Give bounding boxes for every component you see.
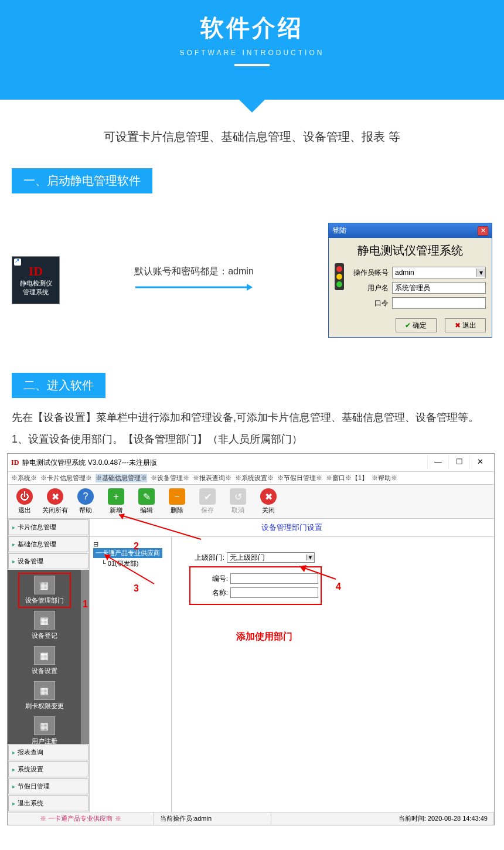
toolbar-icon: ↺ bbox=[230, 488, 246, 505]
toolbar-关闭-button[interactable]: ✖关闭 bbox=[254, 487, 283, 516]
svg-marker-1 bbox=[247, 284, 253, 291]
nav-bottom-button[interactable]: ▸节假日管理 bbox=[8, 778, 88, 794]
toolbar-icon: ＋ bbox=[108, 488, 124, 505]
code-label: 编号: bbox=[193, 574, 228, 584]
nav-top-button[interactable]: ▸卡片信息管理 bbox=[8, 519, 88, 535]
arrow-text: 默认账号和密码都是：admin bbox=[66, 266, 322, 278]
login-cancel-button[interactable]: 退出 bbox=[445, 318, 486, 332]
menu-item[interactable]: ※窗口※【1】 bbox=[326, 474, 368, 482]
toolbar-icon: ✎ bbox=[138, 488, 155, 505]
hero-banner: 软件介绍 SOFTWARE INTRODUCTION bbox=[0, 0, 504, 100]
tree-child[interactable]: └ 01(研发部) bbox=[101, 559, 168, 568]
toolbar-取消-button: ↺取消 bbox=[223, 487, 253, 516]
username-field bbox=[392, 282, 486, 294]
sidebar-item-icon: ▦ bbox=[34, 576, 55, 594]
login-ok-button[interactable]: 确定 bbox=[396, 318, 437, 332]
parent-dept-combo[interactable]: 无上级部门 ▼ bbox=[227, 552, 315, 563]
parent-dept-label: 上级部门: bbox=[189, 553, 224, 563]
sidebar-item-icon: ▦ bbox=[34, 716, 55, 735]
menu-item[interactable]: ※设备管理※ bbox=[151, 474, 189, 482]
menu-item[interactable]: ※报表查询※ bbox=[193, 474, 231, 482]
nav-bottom-button[interactable]: ▸系统设置 bbox=[8, 761, 88, 777]
tree-view[interactable]: ⊟ 一卡通产品专业供应商 └ 01(研发部) bbox=[90, 537, 172, 812]
username-label: 用户名 bbox=[348, 283, 389, 293]
login-dialog: 登陆 ✕ 静电测试仪管理系统 操作员帐号 admin ▾ 用户名 bbox=[328, 223, 492, 338]
main-area: 设备管理部门设置 ⊟ 一卡通产品专业供应商 └ 01(研发部) 上级部门: 无上… bbox=[90, 519, 494, 812]
menu-item[interactable]: ※基础信息管理※ bbox=[96, 474, 147, 482]
step1-row: ID 静电检测仪 管理系统 默认账号和密码都是：admin 登陆 ✕ 静电测试仪… bbox=[12, 223, 492, 338]
menu-item[interactable]: ※系统※ bbox=[11, 474, 37, 482]
minimize-button[interactable]: — bbox=[427, 456, 448, 469]
toolbar-icon: ✖ bbox=[260, 488, 277, 505]
sidebar-item-icon: ▦ bbox=[34, 646, 55, 665]
folder-icon: ▸ bbox=[12, 800, 15, 807]
toolbar-关闭所有-button[interactable]: ✖关闭所有 bbox=[40, 487, 70, 516]
folder-icon: ▸ bbox=[12, 749, 15, 756]
menu-item[interactable]: ※卡片信息管理※ bbox=[40, 474, 92, 482]
toolbar-编辑-button[interactable]: ✎编辑 bbox=[132, 487, 161, 516]
sidebar: ▸卡片信息管理 ▸基础信息管理 ▸设备管理 ▦设备管理部门▦设备登记▦设备设置▦… bbox=[8, 519, 90, 812]
toolbar-退出-button[interactable]: ⏻退出 bbox=[10, 487, 39, 516]
hero-subtitle: SOFTWARE INTRODUCTION bbox=[0, 49, 504, 57]
sidebar-item-icon: ▦ bbox=[34, 681, 55, 700]
folder-icon: ▸ bbox=[12, 766, 15, 773]
toolbar-新增-button[interactable]: ＋新增 bbox=[101, 487, 131, 516]
nav-panel: ▦设备管理部门▦设备登记▦设备设置▦刷卡权限变更▦用户注册 1 bbox=[8, 570, 89, 744]
toolbar-帮助-button[interactable]: ?帮助 bbox=[71, 487, 100, 516]
operator-value: admin bbox=[395, 268, 414, 277]
app-title: 静电测试仪管理系统 V3.0.0.487---未注册版 bbox=[22, 458, 427, 468]
sidebar-item[interactable]: ▦设备登记 bbox=[21, 611, 68, 640]
sidebar-item[interactable]: ▦用户注册 bbox=[21, 716, 68, 744]
nav-top-button[interactable]: ▸设备管理 bbox=[8, 553, 88, 569]
section2-para2: 1、设置设备使用部门。【设备管理部门】（非人员所属部门） bbox=[12, 431, 492, 447]
nav-top-button[interactable]: ▸基础信息管理 bbox=[8, 536, 88, 552]
callout-3: 3 bbox=[134, 583, 139, 594]
toolbar-icon: ✖ bbox=[47, 488, 63, 505]
section1-label: 一、启动静电管理软件 bbox=[12, 168, 152, 193]
login-close-button[interactable]: ✕ bbox=[478, 226, 488, 236]
window-close-button[interactable]: ✕ bbox=[469, 456, 491, 469]
status-vendor: ※ 一卡通产品专业供应商 ※ bbox=[8, 812, 154, 825]
combo-arrow-icon: ▼ bbox=[306, 555, 314, 560]
sidebar-item[interactable]: ▦设备管理部门 bbox=[21, 576, 68, 605]
folder-icon: ▸ bbox=[12, 541, 15, 548]
name-input[interactable] bbox=[230, 587, 318, 598]
login-titlebar[interactable]: 登陆 ✕ bbox=[329, 223, 492, 238]
code-input[interactable] bbox=[230, 573, 318, 584]
menu-item[interactable]: ※帮助※ bbox=[372, 474, 397, 482]
operator-combo[interactable]: admin ▾ bbox=[392, 267, 486, 278]
highlighted-fields: 编号: 名称: bbox=[189, 566, 322, 605]
status-operator: 当前操作员:admin bbox=[154, 812, 271, 825]
app-titlebar[interactable]: ID 静电测试仪管理系统 V3.0.0.487---未注册版 — ☐ ✕ bbox=[8, 454, 494, 472]
combo-arrow-icon: ▾ bbox=[476, 268, 485, 277]
maximize-button[interactable]: ☐ bbox=[448, 456, 469, 469]
intro-text: 可设置卡片信息管理、基础信息管理、设备管理、报表 等 bbox=[12, 129, 492, 145]
toolbar-删除-button[interactable]: －删除 bbox=[162, 487, 192, 516]
section2-para1: 先在【设备设置】菜单栏中进行添加和管理设备,可添加卡片信息管理、基础信息管理、设… bbox=[12, 410, 492, 426]
operator-label: 操作员帐号 bbox=[348, 268, 389, 278]
nav-bottom-button[interactable]: ▸退出系统 bbox=[8, 795, 88, 811]
login-heading: 静电测试仪管理系统 bbox=[335, 243, 486, 259]
nav-bottom-button[interactable]: ▸报表查询 bbox=[8, 744, 88, 760]
statusbar: ※ 一卡通产品专业供应商 ※ 当前操作员:admin 当前时间: 2020-08… bbox=[8, 812, 494, 825]
tree-root[interactable]: 一卡通产品专业供应商 bbox=[93, 548, 162, 558]
folder-icon: ▸ bbox=[12, 524, 15, 531]
desktop-shortcut-icon[interactable]: ID 静电检测仪 管理系统 bbox=[12, 256, 60, 304]
red-annotation: 添加使用部门 bbox=[236, 631, 292, 643]
callout-4: 4 bbox=[336, 582, 341, 592]
sidebar-item[interactable]: ▦刷卡权限变更 bbox=[21, 681, 68, 710]
menu-item[interactable]: ※节假日管理※ bbox=[277, 474, 322, 482]
password-field[interactable] bbox=[392, 297, 486, 309]
scrollbar[interactable] bbox=[81, 570, 89, 744]
app-logo-icon: ID bbox=[29, 264, 43, 279]
login-titlebar-text: 登陆 bbox=[332, 226, 346, 236]
password-label: 口令 bbox=[348, 298, 389, 308]
sidebar-item[interactable]: ▦设备设置 bbox=[21, 646, 68, 675]
callout-2: 2 bbox=[134, 541, 139, 552]
toolbar-icon: ⏻ bbox=[16, 488, 33, 505]
toolbar: ⏻退出✖关闭所有?帮助＋新增✎编辑－删除✔保存↺取消✖关闭 bbox=[8, 485, 494, 519]
main-title: 设备管理部门设置 bbox=[90, 519, 494, 537]
menu-item[interactable]: ※系统设置※ bbox=[235, 474, 274, 482]
folder-icon: ▸ bbox=[12, 783, 15, 790]
toolbar-icon: ✔ bbox=[199, 488, 216, 505]
